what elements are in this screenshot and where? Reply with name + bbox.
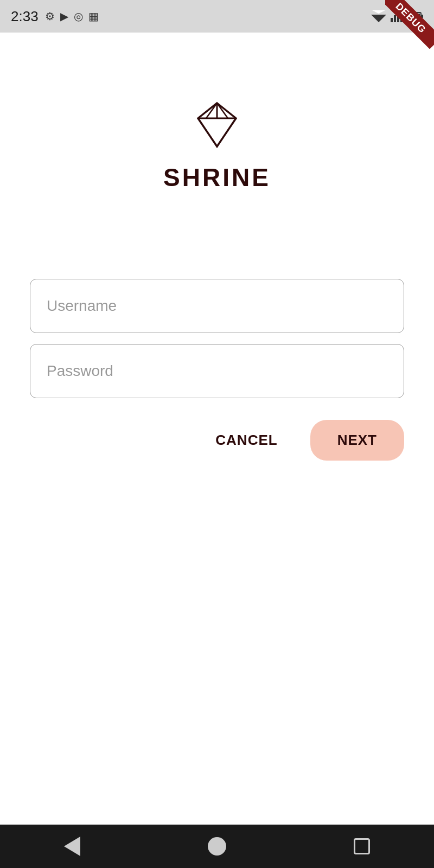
logo-area: SHRINE [163,98,271,192]
status-bar-left: 2:33 ⚙ ▶ ◎ ▦ [11,8,99,25]
main-content: SHRINE CANCEL NEXT [0,33,434,825]
at-icon: ◎ [74,10,83,23]
app-title: SHRINE [163,163,271,192]
play-icon: ▶ [60,10,68,23]
cancel-button[interactable]: CANCEL [199,421,293,459]
debug-label: DEBUG [385,0,434,49]
status-time: 2:33 [11,8,39,25]
shrine-diamond-icon [190,98,244,152]
username-input[interactable] [30,279,404,333]
next-button[interactable]: NEXT [310,420,404,461]
wifi-icon [371,10,386,22]
debug-banner: DEBUG [385,0,434,49]
sim-icon: ▦ [88,10,99,23]
status-bar: 2:33 ⚙ ▶ ◎ ▦ [0,0,434,33]
status-icons: ⚙ ▶ ◎ ▦ [45,10,99,23]
recents-button[interactable] [354,838,370,854]
nav-bar [0,825,434,868]
buttons-row: CANCEL NEXT [30,420,404,461]
gear-icon: ⚙ [45,10,55,23]
password-input[interactable] [30,344,404,398]
svg-marker-1 [372,10,385,14]
back-button[interactable] [64,837,80,856]
home-button[interactable] [208,837,226,856]
form-area: CANCEL NEXT [30,279,404,461]
svg-marker-0 [371,15,386,22]
